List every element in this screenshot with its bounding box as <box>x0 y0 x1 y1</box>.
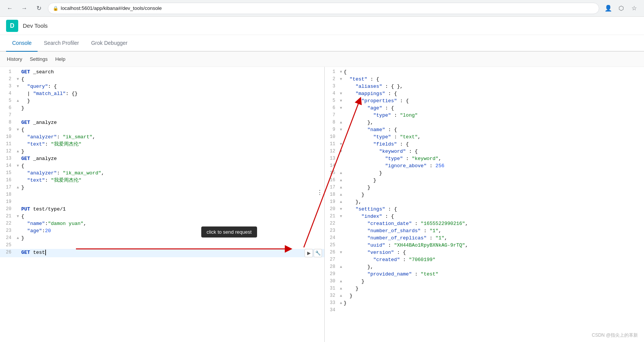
out-num-21: 21 <box>325 213 338 220</box>
out-fold-28[interactable]: ▲ <box>338 263 344 271</box>
code-line-20: 20 PUT test/type/1 <box>0 206 324 213</box>
out-fold-21[interactable]: ▼ <box>338 213 344 220</box>
line-fold-3[interactable]: ▼ <box>15 83 21 90</box>
out-content-23: "number_of_shards" : "1", <box>344 227 644 234</box>
out-content-2: "test" : { <box>344 76 644 83</box>
line-num-2: 2 <box>0 76 15 83</box>
line-content-24: } <box>21 234 324 242</box>
code-line-4: 4 | "match_all": {} <box>0 90 324 97</box>
code-line-21: 21 ▼ { <box>0 213 324 220</box>
out-num-23: 23 <box>325 227 338 234</box>
out-fold-6[interactable]: ▼ <box>338 104 344 112</box>
line-fold-17[interactable]: ▲ <box>15 184 21 191</box>
out-line-24: 24 "number_of_replicas" : "1", <box>325 234 644 242</box>
code-line-14: 14 ▼ { <box>0 162 324 169</box>
app-logo: D <box>6 20 18 32</box>
out-fold-8[interactable]: ▲ <box>338 119 344 126</box>
line-num-3: 3 <box>0 83 15 90</box>
line-num-10: 10 <box>0 133 15 141</box>
out-fold-18[interactable]: ▲ <box>338 191 344 198</box>
line-content-4: | "match_all": {} <box>21 90 324 97</box>
out-line-28: 28 ▲ }, <box>325 263 644 271</box>
code-line-26: 26 GET test ▶ 🔧 <box>0 249 324 257</box>
line-num-24: 24 <box>0 234 15 242</box>
out-num-13: 13 <box>325 155 338 162</box>
line-num-4: 4 <box>0 90 15 97</box>
out-fold-17[interactable]: ▲ <box>338 184 344 191</box>
out-num-22: 22 <box>325 220 338 227</box>
out-line-6: 6 ▼ "age" : { <box>325 104 644 112</box>
out-content-10: "type" : "text", <box>344 133 644 141</box>
out-fold-2[interactable]: ▼ <box>338 76 344 83</box>
out-content-33: } <box>344 299 644 307</box>
tab-grok-debugger[interactable]: Grok Debugger <box>85 35 134 52</box>
out-line-21: 21 ▼ "index" : { <box>325 213 644 220</box>
line-num-11: 11 <box>0 141 15 148</box>
out-num-12: 12 <box>325 148 338 155</box>
out-line-27: 27 "created" : "7060199" <box>325 256 644 263</box>
out-content-1: { <box>344 68 644 76</box>
out-num-25: 25 <box>325 242 338 249</box>
send-request-button[interactable]: ▶ <box>305 249 313 257</box>
tab-search-profiler[interactable]: Search Profiler <box>38 35 85 52</box>
line-fold-24[interactable]: ▲ <box>15 234 21 242</box>
line-content-9: { <box>21 126 324 133</box>
out-line-19: 19 ▲ }, <box>325 198 644 206</box>
line-content-1: GET _search <box>21 68 324 76</box>
out-num-24: 24 <box>325 234 338 242</box>
line-fold-2[interactable]: ▼ <box>15 76 21 83</box>
line-fold-5[interactable]: ▲ <box>15 97 21 104</box>
out-fold-15[interactable]: ▲ <box>338 169 344 177</box>
out-fold-30[interactable]: ▲ <box>338 278 344 285</box>
line-num-9: 9 <box>0 126 15 133</box>
share-button[interactable]: ⬡ <box>616 3 627 14</box>
context-menu-dots[interactable]: ⋮ <box>317 190 323 197</box>
out-line-15: 15 ▲ } <box>325 169 644 177</box>
out-fold-16[interactable]: ▲ <box>338 177 344 184</box>
forward-button[interactable]: → <box>19 3 30 14</box>
line-content-5: } <box>21 97 324 104</box>
settings-button[interactable]: Settings <box>29 55 48 63</box>
out-fold-11[interactable]: ▼ <box>338 141 344 148</box>
out-fold-9[interactable]: ▼ <box>338 126 344 133</box>
out-fold-20[interactable]: ▼ <box>338 206 344 213</box>
line-content-11: "text": "我爱周杰伦" <box>21 141 324 148</box>
line-fold-9[interactable]: ▼ <box>15 126 21 133</box>
profile-button[interactable]: 👤 <box>603 3 614 14</box>
out-fold-12[interactable]: ▼ <box>338 148 344 155</box>
code-line-9: 9 ▼ { <box>0 126 324 133</box>
out-fold-1[interactable]: ▼ <box>338 68 344 76</box>
out-fold-5[interactable]: ▼ <box>338 97 344 104</box>
out-fold-4[interactable]: ▼ <box>338 90 344 97</box>
out-num-4: 4 <box>325 90 338 97</box>
help-button[interactable]: Help <box>54 55 66 63</box>
out-content-4: "mappings" : { <box>344 90 644 97</box>
line-content-20: PUT test/type/1 <box>21 206 324 213</box>
out-content-9: "name" : { <box>344 126 644 133</box>
editor-pane[interactable]: 1 GET _search 2 ▼ { 3 ▼ "query": { 4 | " <box>0 67 325 342</box>
out-line-4: 4 ▼ "mappings" : { <box>325 90 644 97</box>
line-content-23: "age":20 <box>21 227 324 234</box>
line-fold-12[interactable]: ▲ <box>15 148 21 155</box>
out-fold-26[interactable]: ▼ <box>338 249 344 256</box>
out-line-32: 32 ▲ } <box>325 292 644 299</box>
out-line-14: 14 "ignore_above" : 256 <box>325 162 644 169</box>
line-fold-14[interactable]: ▼ <box>15 162 21 169</box>
back-button[interactable]: ← <box>5 3 15 14</box>
history-button[interactable]: History <box>6 55 23 63</box>
out-num-33: 33 <box>325 299 338 307</box>
wrench-button[interactable]: 🔧 <box>314 249 322 257</box>
line-content-14: { <box>21 162 324 169</box>
out-fold-33[interactable]: ▲ <box>338 299 344 307</box>
line-fold-21[interactable]: ▼ <box>15 213 21 220</box>
line-num-14: 14 <box>0 162 15 169</box>
output-pane: 1 ▼ { 2 ▼ "test" : { 3 "aliases" : { }, … <box>325 67 644 342</box>
out-line-2: 2 ▼ "test" : { <box>325 76 644 83</box>
reload-button[interactable]: ↻ <box>33 3 44 14</box>
out-fold-32[interactable]: ▲ <box>338 292 344 299</box>
bookmark-button[interactable]: ☆ <box>629 3 639 14</box>
tab-console[interactable]: Console <box>6 35 38 52</box>
out-fold-19[interactable]: ▲ <box>338 198 344 206</box>
line-content-6: } <box>21 104 324 112</box>
out-fold-31[interactable]: ▲ <box>338 285 344 292</box>
